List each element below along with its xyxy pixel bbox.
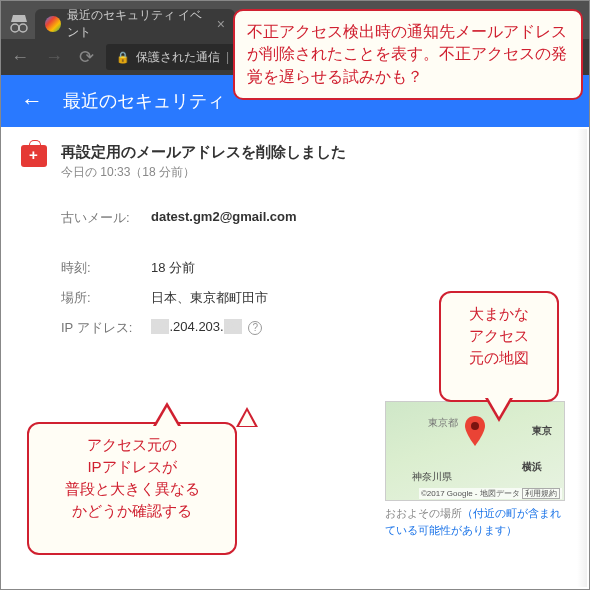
callout-ip: アクセス元の IPアドレスが 普段と大きく異なる かどうか確認する bbox=[27, 422, 237, 555]
event-timestamp: 今日の 10:33（18 分前） bbox=[61, 164, 346, 181]
back-button[interactable]: ← bbox=[7, 47, 33, 68]
google-favicon bbox=[45, 16, 61, 32]
svg-point-2 bbox=[471, 422, 479, 430]
incognito-icon bbox=[7, 13, 31, 33]
time-row: 時刻: 18 分前 bbox=[61, 259, 569, 277]
svg-point-0 bbox=[11, 24, 19, 32]
lock-icon: 🔒 bbox=[116, 51, 130, 64]
reload-button[interactable]: ⟳ bbox=[75, 46, 98, 68]
header-back-arrow[interactable]: ← bbox=[21, 88, 43, 114]
old-email-label: 古いメール: bbox=[61, 209, 151, 227]
map-block: 東京都 東京 横浜 神奈川県 ©2017 Google - 地図データ 利用規約… bbox=[385, 401, 565, 538]
ip-value: 00.204.203.00? bbox=[151, 319, 262, 337]
secure-label: 保護された通信 bbox=[136, 49, 220, 66]
help-icon[interactable]: ? bbox=[248, 321, 262, 335]
location-map[interactable]: 東京都 東京 横浜 神奈川県 ©2017 Google - 地図データ 利用規約 bbox=[385, 401, 565, 501]
old-email-row: 古いメール: datest.gm2@gmail.com bbox=[61, 209, 569, 227]
map-label-yokohama: 横浜 bbox=[522, 460, 542, 474]
map-attribution: ©2017 Google - 地図データ 利用規約 bbox=[419, 488, 562, 499]
time-value: 18 分前 bbox=[151, 259, 195, 277]
map-caption: おおよその場所（付近の町が含まれている可能性があります） bbox=[385, 505, 565, 538]
event-title: 再設定用のメールアドレスを削除しました bbox=[61, 143, 346, 162]
browser-tab[interactable]: 最近のセキュリティ イベント × bbox=[35, 9, 235, 39]
scrollbar[interactable] bbox=[577, 129, 587, 587]
ip-label: IP アドレス: bbox=[61, 319, 151, 337]
callout-top: 不正アクセス検出時の通知先メールアドレスが削除されたことを表す。不正アクセスの発… bbox=[233, 9, 583, 100]
svg-point-1 bbox=[19, 24, 27, 32]
map-label-tokyo-pref: 東京都 bbox=[428, 416, 458, 430]
page-title: 最近のセキュリティ bbox=[63, 89, 225, 113]
old-email-value: datest.gm2@gmail.com bbox=[151, 209, 297, 227]
map-label-kanagawa: 神奈川県 bbox=[412, 470, 452, 484]
medkit-icon bbox=[21, 145, 47, 167]
close-icon[interactable]: × bbox=[217, 16, 225, 32]
callout-map: 大まかな アクセス 元の地図 bbox=[439, 291, 559, 402]
map-label-tokyo: 東京 bbox=[532, 424, 552, 438]
location-value: 日本、東京都町田市 bbox=[151, 289, 268, 307]
time-label: 時刻: bbox=[61, 259, 151, 277]
event-header: 再設定用のメールアドレスを削除しました 今日の 10:33（18 分前） bbox=[21, 143, 569, 181]
tab-title: 最近のセキュリティ イベント bbox=[67, 7, 207, 41]
map-pin-icon bbox=[464, 416, 486, 446]
location-label: 場所: bbox=[61, 289, 151, 307]
pointer-ip-wedge bbox=[236, 407, 258, 427]
forward-button: → bbox=[41, 47, 67, 68]
